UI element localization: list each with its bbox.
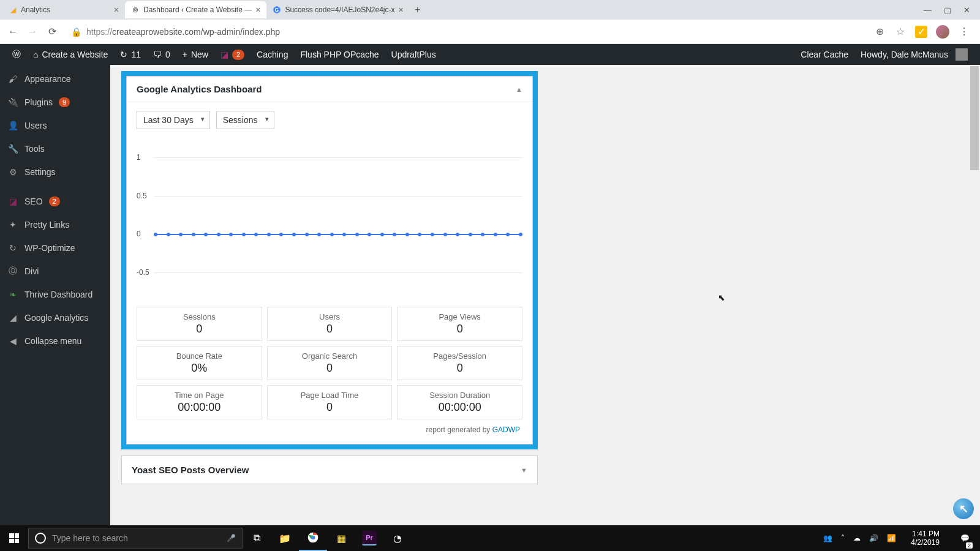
sidebar-item-collapse[interactable]: ◀Collapse menu	[0, 329, 110, 353]
browser-tab-strip: ◢ Analytics × ⊚ Dashboard ‹ Create a Web…	[0, 0, 980, 20]
gadwp-link[interactable]: GADWP	[492, 425, 520, 434]
chrome-icon[interactable]	[299, 525, 327, 551]
stat-pages-session: Pages/Session0	[397, 346, 522, 380]
zoom-icon[interactable]: ⊕	[873, 26, 886, 38]
browser-tab-google[interactable]: G Success code=4/IAEJoSN2e4jc-x ×	[266, 1, 409, 18]
close-icon[interactable]: ×	[255, 5, 260, 15]
sidebar-item-seo[interactable]: ◪SEO2	[0, 190, 110, 213]
premiere-icon[interactable]: Pr	[362, 531, 377, 545]
updates-link[interactable]: ↻11	[114, 44, 147, 65]
collapse-icon: ◀	[7, 335, 18, 347]
clear-label: Clear Cache	[801, 50, 848, 59]
yoast-panel-header[interactable]: Yoast SEO Posts Overview ▼	[122, 456, 537, 484]
start-button[interactable]	[0, 525, 28, 551]
ga-panel-header[interactable]: Google Analytics Dashboard ▲	[127, 77, 532, 102]
close-icon[interactable]: ×	[398, 5, 403, 15]
home-icon: ⌂	[33, 50, 38, 59]
profile-avatar[interactable]	[936, 25, 949, 39]
browser-tab-dashboard[interactable]: ⊚ Dashboard ‹ Create a Website — ×	[125, 1, 266, 18]
dashboard-content: Google Analytics Dashboard ▲ Last 30 Day…	[110, 65, 980, 525]
file-explorer-icon[interactable]: 📁	[271, 525, 299, 551]
sidebar-item-settings[interactable]: ⚙Settings	[0, 160, 110, 184]
sticky-notes-icon[interactable]: ▦	[327, 525, 355, 551]
howdy-link[interactable]: Howdy, Dale McManus	[854, 48, 974, 61]
sidebar-item-divi[interactable]: ⒹDivi	[0, 260, 110, 283]
brush-icon: 🖌	[7, 73, 18, 84]
maximize-icon[interactable]: ▢	[944, 6, 951, 15]
sidebar-item-google-analytics[interactable]: ◢Google Analytics	[0, 306, 110, 329]
wp-sidebar: 🖌Appearance 🔌Plugins9 👤Users 🔧Tools ⚙Set…	[0, 65, 110, 525]
sessions-chart: 1 0.5 0 -0.5	[137, 139, 522, 292]
ytick: 0	[137, 230, 141, 238]
sidebar-item-users[interactable]: 👤Users	[0, 114, 110, 137]
howdy-text: Howdy, Dale McManus	[861, 50, 948, 59]
menu-icon[interactable]: ⋮	[958, 26, 970, 38]
stat-label: Sessions	[141, 312, 258, 321]
ytick: -0.5	[137, 268, 149, 277]
app-icon[interactable]: ◔	[383, 525, 412, 551]
url-text: createaprowebsite.com/wp-admin/index.php	[112, 27, 280, 37]
reload-button[interactable]: ⟳	[45, 25, 59, 39]
new-link[interactable]: +New	[176, 44, 214, 65]
tray-chevron-icon[interactable]: ˄	[841, 534, 845, 542]
address-bar[interactable]: 🔒 https://createaprowebsite.com/wp-admin…	[65, 27, 867, 37]
wordpress-icon: ⊚	[131, 6, 140, 14]
site-name-link[interactable]: ⌂Create a Website	[27, 44, 114, 65]
sidebar-label: Plugins	[24, 97, 53, 107]
sidebar-item-prettylinks[interactable]: ✦Pretty Links	[0, 213, 110, 236]
sidebar-item-tools[interactable]: 🔧Tools	[0, 137, 110, 160]
flush-link[interactable]: Flush PHP OPcache	[294, 44, 385, 65]
refresh-icon: ↻	[120, 50, 127, 59]
updraft-link[interactable]: UpdraftPlus	[385, 44, 442, 65]
sidebar-item-thrive[interactable]: ❧Thrive Dashboard	[0, 283, 110, 306]
wifi-icon[interactable]: 📶	[887, 534, 896, 542]
stats-grid: Sessions0 Users0 Page Views0 Bounce Rate…	[137, 307, 522, 419]
yoast-icon: ◪	[221, 50, 228, 59]
stat-label: Users	[271, 312, 388, 321]
tab-title: Dashboard ‹ Create a Website —	[143, 6, 252, 14]
stat-label: Bounce Rate	[141, 351, 258, 361]
taskbar-clock[interactable]: 1:41 PM 4/2/2019	[905, 530, 946, 547]
date-range-select[interactable]: Last 30 Days	[137, 111, 210, 129]
action-center-icon[interactable]: 💬2	[954, 525, 975, 551]
plugins-badge: 9	[59, 97, 70, 107]
wp-logo[interactable]: ⓦ	[6, 44, 27, 65]
date-text: 4/2/2019	[911, 538, 940, 547]
comments-link[interactable]: 🗨0	[147, 44, 176, 65]
forward-button[interactable]: →	[26, 25, 39, 39]
caching-link[interactable]: Caching	[251, 44, 294, 65]
volume-icon[interactable]: 🔊	[869, 534, 878, 542]
onedrive-icon[interactable]: ☁	[853, 534, 861, 542]
sidebar-label: Collapse menu	[24, 336, 81, 346]
yoast-link[interactable]: ◪2	[214, 44, 251, 65]
people-icon[interactable]: 👥	[823, 534, 832, 542]
close-window-icon[interactable]: ✕	[963, 6, 970, 15]
minimize-icon[interactable]: —	[924, 6, 932, 15]
tab-title: Success code=4/IAEJoSN2e4jc-x	[285, 6, 394, 14]
stat-value: 0	[401, 362, 518, 375]
sidebar-label: Thrive Dashboard	[24, 290, 92, 299]
sidebar-item-appearance[interactable]: 🖌Appearance	[0, 67, 110, 91]
taskbar-search[interactable]: Type here to search 🎤	[28, 528, 243, 549]
extension-icon[interactable]: ✓	[915, 26, 927, 38]
seo-icon: ◪	[7, 196, 18, 207]
metric-select[interactable]: Sessions	[216, 111, 274, 129]
clear-cache-link[interactable]: Clear Cache	[794, 50, 854, 59]
user-avatar	[956, 48, 968, 61]
mic-icon[interactable]: 🎤	[227, 534, 236, 542]
search-placeholder: Type here to search	[52, 533, 128, 543]
browser-tab-analytics[interactable]: ◢ Analytics ×	[2, 1, 125, 18]
close-icon[interactable]: ×	[114, 5, 119, 15]
new-tab-button[interactable]: +	[410, 2, 426, 18]
back-button[interactable]: ←	[6, 25, 20, 39]
metric-value: Sessions	[223, 115, 258, 125]
stat-value: 0	[141, 323, 258, 335]
collapse-up-icon[interactable]: ▲	[516, 86, 522, 93]
chevron-down-icon[interactable]: ▼	[521, 467, 527, 474]
page-scrollbar[interactable]	[970, 66, 979, 524]
sidebar-item-wpoptimize[interactable]: ↻WP-Optimize	[0, 236, 110, 260]
comment-icon: 🗨	[153, 50, 162, 59]
task-view-icon[interactable]: ⧉	[243, 525, 271, 551]
sidebar-item-plugins[interactable]: 🔌Plugins9	[0, 91, 110, 114]
star-icon[interactable]: ☆	[894, 26, 907, 38]
